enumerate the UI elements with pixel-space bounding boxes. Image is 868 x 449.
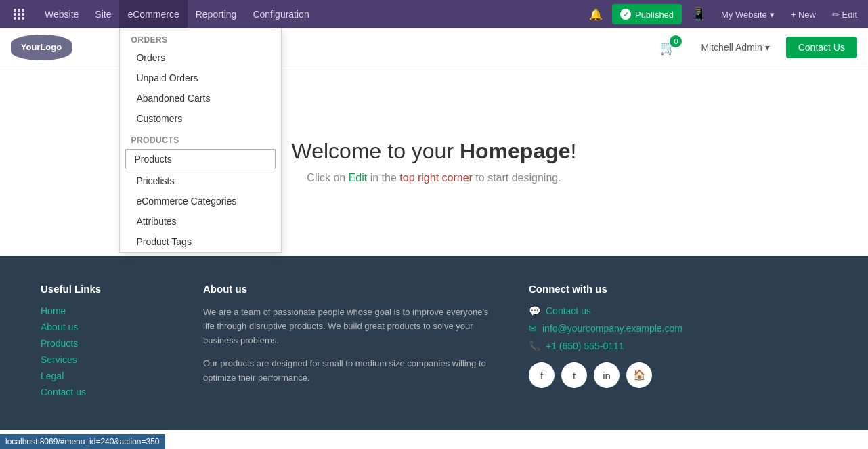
new-button[interactable]: + New [785,7,821,22]
apps-grid-icon [14,9,24,20]
social-icons: f t in 🏠 [529,362,827,388]
useful-links-heading: Useful Links [41,283,176,295]
nav-ecommerce[interactable]: eCommerce [119,0,187,28]
website-nav-right: 🛒 0 Mitchell Admin ▾ Contact Us [651,37,857,58]
nav-configuration[interactable]: Configuration [244,0,317,28]
footer-link-home[interactable]: Home [41,305,176,316]
my-website-button[interactable]: My Website ▾ [716,7,780,22]
dropdown-unpaid-orders[interactable]: Unpaid Orders [120,68,281,88]
published-check-icon [620,9,631,20]
about-us-text1: We are a team of passionate people whose… [203,305,502,347]
chat-icon: 💬 [529,305,540,316]
connect-phone[interactable]: 📞 +1 (650) 555-0111 [529,341,827,351]
footer-link-about[interactable]: About us [41,322,176,333]
contact-us-button[interactable]: Contact Us [786,37,857,58]
footer-link-contact[interactable]: Contact us [41,387,176,398]
footer-useful-links: Useful Links Home About us Products Serv… [41,283,176,403]
dropdown-products[interactable]: Products [125,149,276,169]
nav-reporting[interactable]: Reporting [188,0,245,28]
dropdown-ecommerce-categories[interactable]: eCommerce Categories [120,191,281,211]
facebook-icon[interactable]: f [529,362,555,388]
connect-email[interactable]: ✉ info@yourcompany.example.com [529,323,827,334]
ecommerce-wrapper: eCommerce Orders Orders Unpaid Orders Ab… [119,0,187,28]
phone-icon: 📞 [529,341,540,351]
footer: Useful Links Home About us Products Serv… [0,256,868,430]
dropdown-abandoned-carts[interactable]: Abandoned Carts [120,88,281,108]
footer-link-services[interactable]: Services [41,354,176,365]
connect-heading: Connect with us [529,283,827,295]
ecommerce-dropdown: Orders Orders Unpaid Orders Abandoned Ca… [119,28,282,253]
twitter-icon[interactable]: t [561,362,587,388]
orders-section-label: Orders [120,28,281,47]
edit-button[interactable]: ✏ Edit [827,7,863,22]
footer-about-us: About us We are a team of passionate peo… [203,283,502,403]
email-icon: ✉ [529,323,537,334]
welcome-sub: Click on Edit in the top right corner to… [307,172,561,184]
footer-link-legal[interactable]: Legal [41,370,176,381]
products-section-label: Products [120,129,281,148]
top-right-corner-text: top right corner [399,172,473,184]
top-nav-right: 🔔 Published 📱 My Website ▾ + New ✏ Edit [585,4,863,24]
about-us-text2: Our products are designed for small to m… [203,357,502,385]
logo-area: YourLogo [11,35,72,60]
dropdown-customers[interactable]: Customers [120,108,281,129]
nav-site[interactable]: Site [87,0,119,28]
connect-contact-us[interactable]: 💬 Contact us [529,305,827,316]
cart-badge: 0 [670,35,682,47]
top-nav: Website Site eCommerce Orders Orders Unp… [0,0,868,28]
about-us-heading: About us [203,283,502,295]
footer-connect: Connect with us 💬 Contact us ✉ info@your… [529,283,827,403]
user-area[interactable]: Mitchell Admin ▾ [701,42,769,53]
edit-link: Edit [349,172,368,184]
dropdown-orders[interactable]: Orders [120,47,281,68]
dropdown-pricelists[interactable]: Pricelists [120,171,281,191]
dropdown-product-tags[interactable]: Product Tags [120,232,281,252]
pencil-icon: ✏ [832,9,840,20]
nav-website[interactable]: Website [37,0,87,28]
user-chevron-icon: ▾ [765,42,770,53]
footer-link-products[interactable]: Products [41,338,176,349]
bell-icon[interactable]: 🔔 [585,5,607,24]
apps-icon-btn[interactable] [5,0,37,28]
welcome-heading: Welcome to your Homepage! [292,139,577,164]
top-nav-left: Website Site eCommerce Orders Orders Unp… [5,0,318,28]
linkedin-icon[interactable]: in [594,362,620,388]
logo: YourLogo [11,35,72,60]
published-button[interactable]: Published [612,4,682,24]
chevron-down-icon: ▾ [770,9,775,20]
mobile-icon[interactable]: 📱 [687,4,710,24]
cart-area[interactable]: 🛒 0 [659,39,676,56]
dropdown-attributes[interactable]: Attributes [120,211,281,232]
footer-grid: Useful Links Home About us Products Serv… [41,283,827,403]
home-social-icon[interactable]: 🏠 [626,362,652,388]
